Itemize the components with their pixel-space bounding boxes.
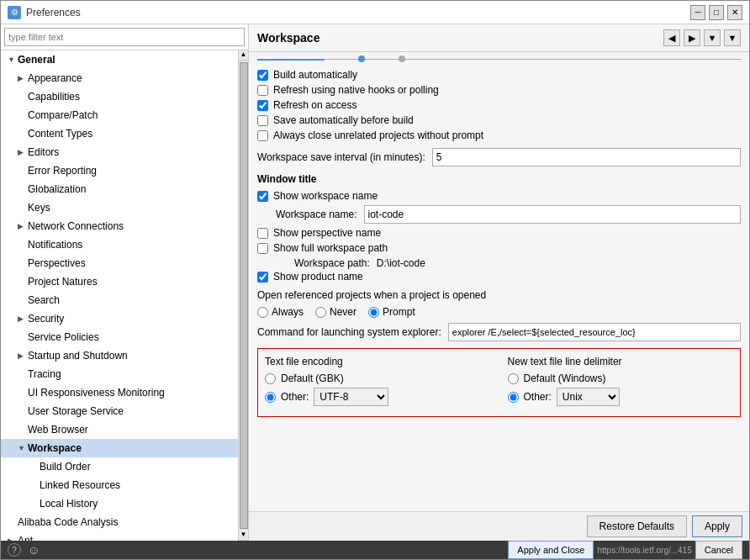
show-workspace-label: Show workspace name [273, 190, 378, 202]
dot2 [399, 55, 405, 62]
apply-button[interactable]: Apply [692, 515, 742, 537]
radio-always-input[interactable] [257, 307, 268, 318]
status-help-icon[interactable]: ? [8, 543, 21, 557]
save-interval-input[interactable] [432, 148, 741, 166]
encoding-select[interactable]: UTF-8 UTF-16 ISO-8859-1 GBK [314, 388, 388, 406]
tree-item-user-storage[interactable]: User Storage Service [1, 402, 238, 420]
show-full-path-checkbox[interactable] [257, 243, 268, 254]
radio-never-label: Never [330, 306, 357, 318]
close-button[interactable]: ✕ [727, 5, 742, 20]
preferences-window: ⚙ Preferences ─ □ ✕ ▼General▶AppearanceC… [0, 0, 750, 560]
tree-item-alibaba[interactable]: Alibaba Code Analysis [1, 513, 238, 531]
tree-item-globalization[interactable]: Globalization [1, 180, 238, 198]
line-delimiter-title: New text file line delimiter [508, 356, 734, 367]
delimiter-default-row: Default (Windows) [508, 372, 734, 384]
delimiter-default-radio[interactable] [508, 373, 519, 384]
tree-item-service-policies[interactable]: Service Policies [1, 328, 238, 346]
checkbox-refresh-native[interactable] [257, 85, 268, 96]
delimiter-other-radio[interactable] [508, 392, 519, 403]
tree-item-linked-resources[interactable]: Linked Resources [1, 476, 238, 494]
radio-prompt-input[interactable] [368, 307, 379, 318]
tree-item-web-browser[interactable]: Web Browser [1, 420, 238, 439]
tree-item-security[interactable]: ▶Security [1, 309, 238, 328]
scroll-down-btn[interactable]: ▼ [239, 531, 249, 541]
filter-box [1, 24, 248, 50]
tree-label-startup-shutdown: Startup and Shutdown [28, 348, 128, 363]
nav-back-button[interactable]: ◀ [663, 29, 680, 46]
tree-label-ant: Ant [18, 533, 33, 541]
encoding-other-label: Other: [281, 391, 309, 403]
tree-item-tracing[interactable]: Tracing [1, 365, 238, 383]
show-workspace-checkbox[interactable] [257, 191, 268, 202]
minimize-button[interactable]: ─ [690, 5, 705, 20]
tree-item-build-order[interactable]: Build Order [1, 457, 238, 476]
tree-arrow-ant: ▶ [8, 533, 16, 541]
checkbox-save-auto[interactable] [257, 115, 268, 126]
text-encoding-title: Text file encoding [265, 356, 491, 367]
checkbox-close-unrelated[interactable] [257, 130, 268, 141]
tree-item-ui-responsiveness[interactable]: UI Responsiveness Monitoring [1, 383, 238, 402]
tree-arrow-startup-shutdown: ▶ [18, 348, 26, 363]
filter-input[interactable] [4, 28, 245, 46]
workspace-name-input[interactable] [364, 205, 742, 224]
tree-item-appearance[interactable]: ▶Appearance [1, 69, 238, 87]
radio-never-input[interactable] [315, 307, 326, 318]
status-url: https://tools.ietf.org/...415 [597, 546, 691, 555]
scroll-thumb[interactable] [240, 62, 248, 529]
expand-button[interactable]: ▼ [704, 29, 721, 46]
tree-container[interactable]: ▼General▶AppearanceCapabilitiesCompare/P… [1, 50, 238, 541]
line-delimiter-col: New text file line delimiter Default (Wi… [508, 356, 734, 409]
tree-item-content-types[interactable]: Content Types [1, 124, 238, 143]
right-header-icons: ◀ ▶ ▼ ▼ [663, 29, 741, 46]
tree-item-compare-patch[interactable]: Compare/Patch [1, 106, 238, 124]
tree-item-network-connections[interactable]: ▶Network Connections [1, 217, 238, 235]
encoding-default-radio[interactable] [265, 373, 276, 384]
titlebar-left: ⚙ Preferences [8, 6, 81, 19]
restore-defaults-button[interactable]: Restore Defaults [587, 515, 687, 537]
tree-item-capabilities[interactable]: Capabilities [1, 87, 238, 106]
tree-item-keys[interactable]: Keys [1, 198, 238, 217]
tree-item-editors[interactable]: ▶Editors [1, 143, 238, 161]
checkbox-build-auto[interactable] [257, 70, 268, 81]
show-product-checkbox[interactable] [257, 272, 268, 283]
tree-label-user-storage: User Storage Service [28, 404, 124, 419]
right-header: Workspace ◀ ▶ ▼ ▼ [249, 24, 749, 52]
tree-item-project-natures[interactable]: Project Natures [1, 272, 238, 291]
tree-label-project-natures: Project Natures [28, 274, 98, 289]
scroll-up-btn[interactable]: ▲ [239, 50, 249, 61]
tree-item-perspectives[interactable]: Perspectives [1, 254, 238, 272]
encoding-other-radio[interactable] [265, 392, 276, 403]
menu-button[interactable]: ▼ [724, 29, 741, 46]
cancel-button[interactable]: Cancel [695, 541, 742, 559]
tree-item-general[interactable]: ▼General [1, 50, 238, 69]
open-projects-section: Open referenced projects when a project … [257, 289, 741, 318]
nav-forward-button[interactable]: ▶ [684, 29, 700, 46]
tree-item-workspace[interactable]: ▼Workspace [1, 439, 238, 457]
right-panel: Workspace ◀ ▶ ▼ ▼ Build automaticallyRef… [249, 24, 749, 541]
tree-item-notifications[interactable]: Notifications [1, 235, 238, 254]
titlebar-controls[interactable]: ─ □ ✕ [690, 5, 742, 20]
checkbox-refresh-access[interactable] [257, 100, 268, 111]
tree-label-appearance: Appearance [28, 71, 82, 86]
tree-label-content-types: Content Types [28, 126, 92, 141]
tree-item-error-reporting[interactable]: Error Reporting [1, 161, 238, 180]
save-interval-label: Workspace save interval (in minutes): [257, 151, 425, 163]
tree-label-perspectives: Perspectives [28, 256, 86, 271]
delimiter-select[interactable]: Unix Windows Default [557, 388, 620, 406]
show-perspective-checkbox[interactable] [257, 228, 268, 239]
apply-and-close-button[interactable]: Apply and Close [508, 541, 594, 559]
tree-item-local-history[interactable]: Local History [1, 494, 238, 513]
radio-always-label: Always [272, 306, 304, 318]
delimiter-default-label: Default (Windows) [524, 372, 606, 384]
tree-item-startup-shutdown[interactable]: ▶Startup and Shutdown [1, 346, 238, 365]
tree-arrow-security: ▶ [18, 311, 26, 326]
tree-item-ant[interactable]: ▶Ant [1, 531, 238, 541]
checkbox-label-save-auto: Save automatically before build [273, 114, 414, 126]
encoding-default-label: Default (GBK) [281, 372, 344, 384]
tree-label-local-history: Local History [40, 496, 98, 511]
tree-item-search[interactable]: Search [1, 291, 238, 309]
maximize-button[interactable]: □ [709, 5, 724, 20]
left-scrollbar[interactable]: ▲ ▼ [238, 50, 248, 541]
command-explorer-input[interactable] [448, 323, 741, 341]
workspace-name-row: Workspace name: [276, 205, 741, 224]
